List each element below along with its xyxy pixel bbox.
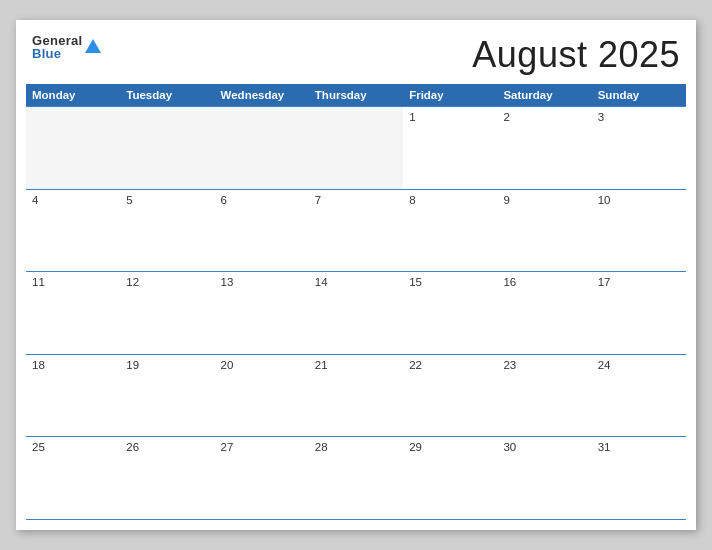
day-number: 24: [598, 359, 680, 371]
logo-triangle-icon: [85, 39, 101, 53]
week-row-1: 123: [26, 106, 686, 189]
month-title: August 2025: [472, 34, 680, 76]
day-cell: 4: [26, 190, 120, 272]
day-number: 23: [503, 359, 585, 371]
day-cell: 29: [403, 437, 497, 519]
day-number: 18: [32, 359, 114, 371]
day-cell: [120, 107, 214, 189]
logo-area: General Blue: [32, 34, 101, 60]
day-cell: 15: [403, 272, 497, 354]
day-cell: 16: [497, 272, 591, 354]
day-number: 10: [598, 194, 680, 206]
day-cell: [309, 107, 403, 189]
day-header-tuesday: Tuesday: [120, 84, 214, 106]
day-cell: 10: [592, 190, 686, 272]
day-cell: [26, 107, 120, 189]
day-cell: 21: [309, 355, 403, 437]
day-cell: 19: [120, 355, 214, 437]
day-cell: 26: [120, 437, 214, 519]
day-number: 20: [221, 359, 303, 371]
day-cell: 23: [497, 355, 591, 437]
day-headers: Monday Tuesday Wednesday Thursday Friday…: [26, 84, 686, 106]
day-number: 1: [409, 111, 491, 123]
day-cell: 7: [309, 190, 403, 272]
day-number: 9: [503, 194, 585, 206]
day-header-monday: Monday: [26, 84, 120, 106]
day-number: 26: [126, 441, 208, 453]
day-number: 2: [503, 111, 585, 123]
day-number: 7: [315, 194, 397, 206]
week-row-4: 18192021222324: [26, 354, 686, 437]
day-number: 15: [409, 276, 491, 288]
day-number: 28: [315, 441, 397, 453]
day-header-sunday: Sunday: [592, 84, 686, 106]
day-number: 27: [221, 441, 303, 453]
weeks-container: 1234567891011121314151617181920212223242…: [26, 106, 686, 520]
day-number: 3: [598, 111, 680, 123]
day-cell: 20: [215, 355, 309, 437]
day-number: 21: [315, 359, 397, 371]
day-cell: 13: [215, 272, 309, 354]
day-number: 5: [126, 194, 208, 206]
calendar-grid: Monday Tuesday Wednesday Thursday Friday…: [16, 84, 696, 530]
day-number: 29: [409, 441, 491, 453]
day-cell: 18: [26, 355, 120, 437]
day-cell: 14: [309, 272, 403, 354]
day-cell: 24: [592, 355, 686, 437]
calendar-header: General Blue August 2025: [16, 20, 696, 84]
day-cell: 27: [215, 437, 309, 519]
day-cell: 1: [403, 107, 497, 189]
day-number: 6: [221, 194, 303, 206]
day-number: 16: [503, 276, 585, 288]
day-cell: 11: [26, 272, 120, 354]
day-cell: 30: [497, 437, 591, 519]
day-number: 11: [32, 276, 114, 288]
week-row-3: 11121314151617: [26, 271, 686, 354]
day-cell: 28: [309, 437, 403, 519]
day-header-friday: Friday: [403, 84, 497, 106]
day-cell: [215, 107, 309, 189]
day-cell: 17: [592, 272, 686, 354]
day-number: 31: [598, 441, 680, 453]
day-number: 17: [598, 276, 680, 288]
day-cell: 12: [120, 272, 214, 354]
day-cell: 8: [403, 190, 497, 272]
day-number: 22: [409, 359, 491, 371]
day-number: 4: [32, 194, 114, 206]
day-header-thursday: Thursday: [309, 84, 403, 106]
day-header-saturday: Saturday: [497, 84, 591, 106]
day-number: 19: [126, 359, 208, 371]
day-cell: 9: [497, 190, 591, 272]
day-number: 8: [409, 194, 491, 206]
logo-text: General Blue: [32, 34, 83, 60]
day-cell: 3: [592, 107, 686, 189]
day-cell: 6: [215, 190, 309, 272]
logo-blue-text: Blue: [32, 47, 83, 60]
day-cell: 2: [497, 107, 591, 189]
day-number: 30: [503, 441, 585, 453]
week-row-2: 45678910: [26, 189, 686, 272]
calendar-container: General Blue August 2025 Monday Tuesday …: [16, 20, 696, 530]
day-number: 13: [221, 276, 303, 288]
day-cell: 25: [26, 437, 120, 519]
day-cell: 31: [592, 437, 686, 519]
day-cell: 5: [120, 190, 214, 272]
day-number: 12: [126, 276, 208, 288]
week-row-5: 25262728293031: [26, 436, 686, 520]
day-header-wednesday: Wednesday: [215, 84, 309, 106]
day-number: 25: [32, 441, 114, 453]
day-cell: 22: [403, 355, 497, 437]
day-number: 14: [315, 276, 397, 288]
